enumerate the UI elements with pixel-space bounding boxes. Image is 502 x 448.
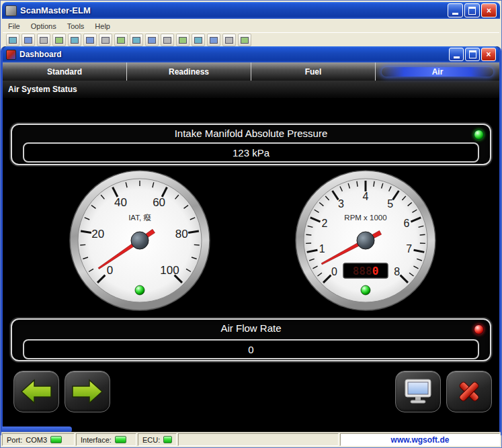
- svg-text:60: 60: [153, 196, 165, 209]
- minimize-icon: [454, 56, 460, 58]
- svg-text:40: 40: [114, 196, 127, 209]
- toolbar-icon[interactable]: [192, 34, 205, 46]
- port-value: COM3: [26, 436, 47, 444]
- maximize-icon: [469, 50, 476, 58]
- svg-text:2: 2: [322, 218, 328, 229]
- svg-text:6: 6: [404, 218, 410, 229]
- port-led-icon: [50, 436, 62, 443]
- ecu-led-icon: [163, 436, 172, 443]
- toolbar-icon[interactable]: [68, 34, 81, 46]
- svg-text:0: 0: [331, 266, 337, 277]
- left-arrow-icon: [19, 377, 53, 406]
- toolbar-icon[interactable]: [238, 34, 251, 46]
- map-panel-title: Intake Manifold Absolute Pressure: [12, 128, 490, 139]
- close-icon: ×: [487, 7, 491, 15]
- toolbar-icon[interactable]: [114, 34, 128, 46]
- minimize-button[interactable]: [448, 3, 463, 17]
- monitor-icon: [403, 377, 433, 406]
- toolbar-icon[interactable]: [161, 34, 174, 46]
- map-status-led-icon: [474, 130, 484, 140]
- toolbar-icon[interactable]: [207, 34, 220, 46]
- toolbar-icon[interactable]: [37, 34, 50, 46]
- map-panel: Intake Manifold Absolute Pressure 123 kP…: [11, 124, 491, 165]
- toolbar-icon[interactable]: [222, 34, 236, 46]
- menu-item-file[interactable]: File: [3, 21, 26, 31]
- dashboard-minimize-button[interactable]: [449, 48, 464, 61]
- port-label: Port:: [7, 436, 22, 444]
- close-dashboard-button[interactable]: [446, 371, 492, 412]
- rpm-gauge: 012345678RPM x 10008880: [294, 169, 437, 312]
- svg-text:1: 1: [319, 243, 325, 255]
- svg-text:IAT, 癈: IAT, 癈: [128, 214, 151, 222]
- monitor-view-button[interactable]: [395, 371, 441, 412]
- airflow-panel-title: Air Flow Rate: [12, 322, 490, 334]
- dashboard-titlebar[interactable]: Dashboard ×: [3, 46, 499, 62]
- svg-text:3: 3: [338, 198, 344, 210]
- dashboard-close-button[interactable]: ×: [481, 48, 496, 61]
- menubar: File Options Tools Help: [3, 20, 499, 32]
- airflow-panel-value: 0: [23, 339, 479, 359]
- dashboard-maximize-button[interactable]: [465, 48, 480, 61]
- dashboard-icon: [6, 50, 16, 60]
- airflow-status-led-icon: [474, 324, 484, 334]
- svg-text:7: 7: [406, 243, 412, 255]
- window-title: ScanMaster-ELM: [20, 5, 91, 15]
- tab-readiness[interactable]: Readiness: [127, 62, 251, 81]
- menu-item-tools[interactable]: Tools: [62, 21, 90, 31]
- toolbar-icon[interactable]: [83, 34, 97, 46]
- next-page-button[interactable]: [65, 371, 110, 412]
- map-panel-value: 123 kPa: [23, 142, 479, 163]
- toolbar: [3, 32, 499, 47]
- toolbar-icon[interactable]: [99, 34, 112, 46]
- toolbar-icon[interactable]: [22, 34, 35, 46]
- svg-text:20: 20: [91, 228, 104, 240]
- section-title: Air System Status: [3, 81, 499, 98]
- website-link[interactable]: www.wgsoft.de: [391, 435, 450, 445]
- toolbar-icon[interactable]: [176, 34, 190, 46]
- tabbar: Standard Readiness Fuel Air: [3, 62, 499, 81]
- tab-air[interactable]: Air: [376, 62, 499, 81]
- ecu-label: ECU:: [142, 436, 160, 444]
- main-window: ScanMaster-ELM × File Options Tools Help…: [0, 0, 502, 448]
- maximize-icon: [468, 7, 476, 15]
- close-x-icon: [454, 377, 485, 406]
- svg-text:8: 8: [394, 266, 400, 277]
- close-icon: ×: [486, 50, 491, 58]
- svg-text:100: 100: [160, 264, 179, 277]
- svg-text:0: 0: [107, 264, 113, 277]
- toolbar-icon[interactable]: [6, 34, 19, 46]
- dashboard-window: Dashboard × Standard Readiness Fuel Air …: [1, 46, 501, 436]
- app-icon: [5, 5, 17, 16]
- statusbar: Port: COM3 Interface: ECU: www.wgsoft.de: [1, 432, 501, 447]
- toolbar-icon[interactable]: [52, 34, 66, 46]
- svg-text:5: 5: [387, 198, 393, 210]
- svg-text:8880: 8880: [353, 265, 379, 277]
- maximize-button[interactable]: [464, 3, 480, 17]
- airflow-panel: Air Flow Rate 0: [11, 318, 491, 361]
- svg-text:80: 80: [175, 228, 188, 240]
- menu-item-options[interactable]: Options: [26, 21, 62, 31]
- toolbar-icon[interactable]: [130, 34, 143, 46]
- interface-label: Interface:: [81, 436, 112, 444]
- minimize-icon: [452, 13, 458, 15]
- iat-gauge: 020406080100IAT, 癈: [69, 169, 211, 312]
- tab-standard[interactable]: Standard: [3, 62, 127, 81]
- svg-text:RPM x 1000: RPM x 1000: [344, 214, 386, 222]
- main-titlebar[interactable]: ScanMaster-ELM ×: [2, 2, 500, 19]
- close-button[interactable]: ×: [481, 3, 497, 17]
- dashboard-content: Intake Manifold Absolute Pressure 123 kP…: [3, 98, 499, 434]
- right-arrow-icon: [71, 377, 104, 406]
- menu-item-help[interactable]: Help: [89, 21, 116, 31]
- interface-led-icon: [115, 436, 126, 443]
- dashboard-title: Dashboard: [19, 50, 62, 59]
- tab-fuel[interactable]: Fuel: [251, 62, 376, 81]
- previous-page-button[interactable]: [13, 371, 59, 412]
- svg-text:4: 4: [363, 191, 369, 202]
- toolbar-icon[interactable]: [145, 34, 159, 46]
